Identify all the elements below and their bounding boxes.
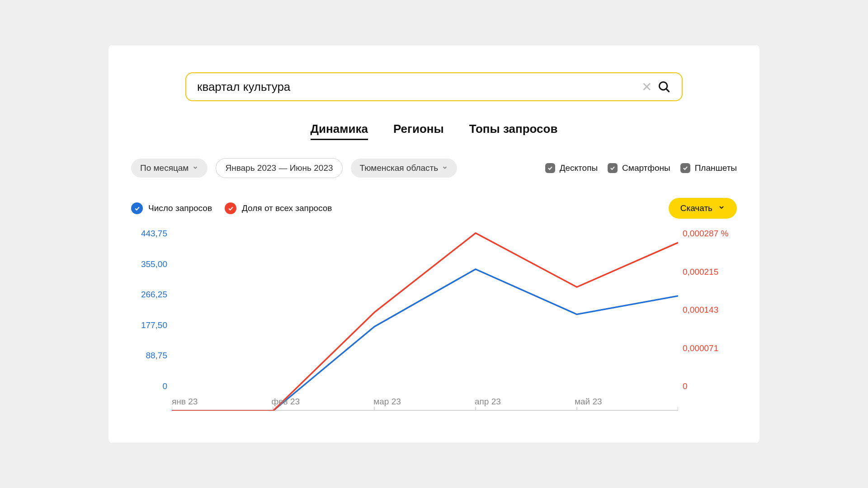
y-left-tick: 443,75: [131, 229, 167, 239]
check-tablet[interactable]: Планшеты: [680, 163, 737, 173]
y-right-tick: 0: [683, 381, 737, 391]
y-axis-left: 443,75355,00266,25177,5088,750: [131, 229, 167, 391]
device-checks: Десктопы Смартфоны Планшеты: [545, 163, 737, 173]
tab-dynamics[interactable]: Динамика: [311, 122, 368, 140]
search-icon[interactable]: [657, 80, 671, 94]
x-tick: мар 23: [373, 397, 401, 409]
chevron-down-icon: [442, 163, 448, 173]
y-left-tick: 266,25: [131, 290, 167, 300]
legend-share[interactable]: Доля от всех запросов: [225, 202, 332, 214]
check-desktop[interactable]: Десктопы: [545, 163, 598, 173]
chevron-down-icon: [718, 203, 725, 213]
series-line: [172, 269, 678, 411]
legend-count-label: Число запросов: [148, 203, 212, 213]
filter-row: По месяцам Январь 2023 — Июнь 2023 Тюмен…: [108, 158, 760, 178]
checkbox-checked-icon: [545, 163, 555, 173]
region-select[interactable]: Тюменская область: [351, 159, 458, 178]
series-line: [172, 233, 678, 411]
check-tablet-label: Планшеты: [695, 163, 737, 173]
x-tick: апр 23: [475, 397, 501, 409]
y-right-tick: 0,000143: [683, 305, 737, 315]
period-range-select[interactable]: Январь 2023 — Июнь 2023: [216, 158, 342, 178]
check-smartphone[interactable]: Смартфоны: [608, 163, 670, 173]
y-right-tick: 0,000287 %: [683, 229, 737, 239]
tab-tops[interactable]: Топы запросов: [469, 122, 558, 140]
y-right-tick: 0,000071: [683, 343, 737, 353]
y-axis-right: 0,000287 %0,0002150,0001430,0000710: [683, 229, 737, 391]
chart: 443,75355,00266,25177,5088,750 0,000287 …: [131, 229, 737, 409]
x-tick: фев 23: [271, 397, 300, 409]
period-mode-select[interactable]: По месяцам: [131, 159, 208, 178]
checkbox-checked-icon: [608, 163, 618, 173]
tab-regions[interactable]: Регионы: [393, 122, 444, 140]
y-left-tick: 0: [131, 381, 167, 391]
checkbox-checked-icon: [680, 163, 690, 173]
tabs: Динамика Регионы Топы запросов: [108, 122, 760, 140]
region-label: Тюменская область: [360, 163, 439, 173]
x-axis: янв 23фев 23мар 23апр 23май 23.: [172, 397, 678, 409]
download-label: Скачать: [680, 203, 712, 213]
app-card: ✕ Динамика Регионы Топы запросов По меся…: [108, 45, 760, 443]
x-tick: янв 23: [172, 397, 198, 409]
download-button[interactable]: Скачать: [669, 198, 737, 219]
y-left-tick: 177,50: [131, 320, 167, 330]
x-tick: май 23: [575, 397, 602, 409]
legend-share-label: Доля от всех запросов: [242, 203, 332, 213]
check-circle-icon: [225, 202, 236, 214]
check-smartphone-label: Смартфоны: [622, 163, 670, 173]
search-input[interactable]: [197, 80, 636, 94]
y-left-tick: 355,00: [131, 259, 167, 269]
legend-count[interactable]: Число запросов: [131, 202, 212, 214]
legend-row: Число запросов Доля от всех запросов Ска…: [108, 198, 760, 219]
y-right-tick: 0,000215: [683, 267, 737, 277]
check-desktop-label: Десктопы: [560, 163, 598, 173]
search-bar: ✕: [185, 72, 683, 101]
chevron-down-icon: [192, 163, 198, 173]
clear-icon[interactable]: ✕: [636, 80, 657, 94]
svg-line-1: [666, 89, 669, 91]
chart-plot: [172, 229, 678, 411]
check-circle-icon: [131, 202, 143, 214]
y-left-tick: 88,75: [131, 351, 167, 361]
period-range-label: Январь 2023 — Июнь 2023: [225, 163, 333, 173]
period-mode-label: По месяцам: [140, 163, 189, 173]
